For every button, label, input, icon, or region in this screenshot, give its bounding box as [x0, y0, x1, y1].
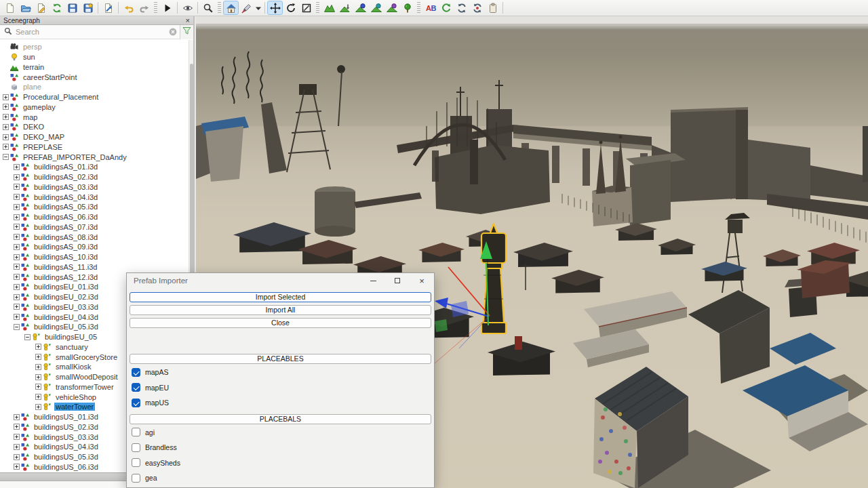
expander-icon[interactable]	[14, 424, 20, 430]
checkbox-row-mapAS[interactable]: mapAS	[130, 365, 431, 380]
toolbar-dropdown-small-button[interactable]	[254, 1, 262, 15]
expander-icon[interactable]	[3, 134, 9, 140]
expander-icon[interactable]	[14, 294, 20, 300]
toolbar-clipboard-button[interactable]	[485, 1, 500, 15]
tree-item[interactable]: Procedural_Placement	[0, 92, 189, 102]
toolbar-brush-button[interactable]	[239, 1, 254, 15]
expander-icon[interactable]	[14, 314, 20, 320]
expander-icon[interactable]	[14, 184, 20, 190]
expander-icon[interactable]	[35, 354, 41, 360]
toolbar-grip-handle[interactable]	[218, 2, 221, 14]
toolbar-save-plus-button[interactable]	[80, 1, 96, 15]
expander-icon[interactable]	[3, 124, 9, 130]
expander-icon[interactable]	[3, 144, 9, 150]
expander-icon[interactable]	[35, 364, 41, 370]
filter-button[interactable]	[180, 25, 193, 39]
toolbar-redo-button[interactable]	[136, 1, 152, 15]
toolbar-home-button[interactable]	[223, 1, 239, 15]
expander-icon[interactable]	[14, 274, 20, 280]
toolbar-refresh-c-button[interactable]	[438, 1, 454, 15]
tree-item[interactable]: buildingsAS_07.i3d	[0, 222, 189, 232]
toolbar-new-file-button[interactable]	[2, 1, 18, 15]
checkbox-row-Brandless[interactable]: Brandless	[130, 441, 431, 455]
clear-search-icon[interactable]	[169, 28, 177, 36]
tree-item[interactable]: PREPLASE	[0, 142, 189, 152]
toolbar-terrain-paint-blue-button[interactable]	[353, 1, 368, 15]
toolbar-rotate-button[interactable]	[283, 1, 298, 15]
expander-icon[interactable]	[14, 174, 20, 180]
maximize-button[interactable]	[385, 273, 410, 288]
tree-item[interactable]: buildingsAS_02.i3d	[0, 172, 189, 182]
tree-item[interactable]: buildingsAS_05.i3d	[0, 202, 189, 212]
expander-icon[interactable]	[14, 324, 20, 330]
checkbox-mapEU[interactable]	[132, 383, 140, 392]
checkbox-gea[interactable]	[132, 474, 140, 483]
tree-item[interactable]: buildingsAS_08.i3d	[0, 232, 189, 242]
expander-icon[interactable]	[14, 414, 20, 420]
panel-close-icon[interactable]: ×	[186, 17, 190, 24]
toolbar-grip-handle[interactable]	[316, 2, 319, 14]
expander-icon[interactable]	[35, 394, 41, 400]
expander-icon[interactable]	[14, 434, 20, 440]
tree-item[interactable]: buildingsAS_01.i3d	[0, 162, 189, 172]
expander-icon[interactable]	[35, 344, 41, 350]
expander-icon[interactable]	[24, 334, 31, 340]
checkbox-mapUS[interactable]	[132, 399, 140, 407]
expander-icon[interactable]	[3, 114, 9, 120]
expander-icon[interactable]	[14, 304, 20, 310]
toolbar-text-ab-button[interactable]: AB	[422, 1, 438, 15]
tree-item[interactable]: buildingsAS_06.i3d	[0, 212, 189, 222]
toolbar-grip-handle[interactable]	[417, 2, 420, 14]
tree-item[interactable]: map	[0, 112, 189, 122]
checkbox-row-gea[interactable]: gea	[130, 471, 431, 485]
toolbar-edit-script-button[interactable]	[33, 1, 49, 15]
expander-icon[interactable]	[14, 444, 20, 450]
toolbar-open-folder-button[interactable]	[18, 1, 33, 15]
toolbar-move-button[interactable]	[267, 1, 283, 15]
toolbar-magnifier-button[interactable]	[200, 1, 216, 15]
toolbar-grip-handle[interactable]	[154, 2, 157, 14]
checkbox-Brandless[interactable]	[132, 443, 140, 452]
expander-icon[interactable]	[3, 104, 9, 110]
expander-icon[interactable]	[3, 94, 9, 100]
toolbar-terrain-paint-teal-button[interactable]	[368, 1, 384, 15]
expander-icon[interactable]	[14, 264, 20, 270]
expander-icon[interactable]	[14, 234, 20, 240]
import-all-button[interactable]: Import All	[130, 305, 431, 315]
toolbar-recycle-2-button[interactable]	[469, 1, 485, 15]
toolbar-recycle-1-button[interactable]	[454, 1, 469, 15]
toolbar-terrain-raise-button[interactable]	[321, 1, 337, 15]
toolbar-terrain-paint-purple-button[interactable]	[384, 1, 399, 15]
tree-item[interactable]: DEKO	[0, 122, 189, 132]
tree-item[interactable]: buildingsAS_11.i3d	[0, 262, 189, 272]
expander-icon[interactable]	[14, 204, 20, 210]
expander-icon[interactable]	[14, 284, 20, 290]
toolbar-play-button[interactable]	[159, 1, 175, 15]
tree-item[interactable]: sun	[0, 52, 189, 62]
checkbox-row-mapEU[interactable]: mapEU	[130, 381, 431, 395]
import-selected-button[interactable]: Import Selected	[130, 292, 431, 302]
expander-icon[interactable]	[14, 454, 20, 460]
expander-icon[interactable]	[3, 154, 9, 160]
toolbar-terrain-lower-button[interactable]	[337, 1, 353, 15]
checkbox-row-easySheds[interactable]: easySheds	[130, 456, 431, 470]
close-button[interactable]: ×	[410, 273, 434, 288]
tree-item[interactable]: PREFAB_IMPORTER_DaAndy	[0, 152, 189, 162]
checkbox-mapAS[interactable]	[132, 368, 140, 377]
expander-icon[interactable]	[14, 224, 20, 230]
expander-icon[interactable]	[14, 194, 20, 200]
tree-item[interactable]: buildingsAS_03.i3d	[0, 182, 189, 192]
expander-icon[interactable]	[35, 404, 41, 410]
toolbar-export-page-button[interactable]	[100, 1, 116, 15]
close-button[interactable]: Close	[130, 318, 431, 328]
expander-icon[interactable]	[35, 374, 41, 380]
toolbar-scale-button[interactable]	[298, 1, 314, 15]
tree-item[interactable]: DEKO_MAP	[0, 132, 189, 142]
expander-icon[interactable]	[14, 464, 20, 470]
toolbar-foliage-button[interactable]	[399, 1, 415, 15]
expander-icon[interactable]	[14, 244, 20, 250]
tree-item[interactable]: persp	[0, 42, 189, 52]
toolbar-sync-button[interactable]	[49, 1, 64, 15]
expander-icon[interactable]	[14, 164, 20, 170]
tree-item[interactable]: plane	[0, 82, 189, 92]
